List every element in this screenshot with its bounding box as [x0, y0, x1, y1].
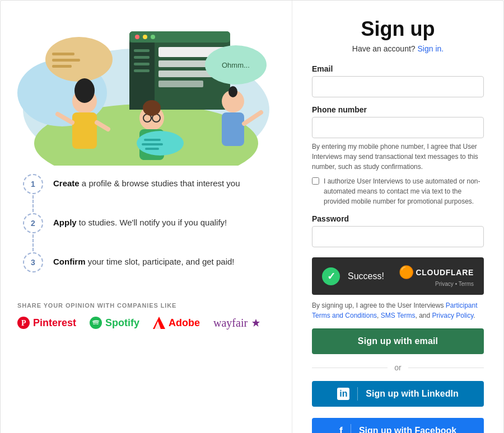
cf-right: 🟠 CLOUDFLARE Privacy • Terms: [399, 265, 474, 287]
step-3-bold: Confirm: [53, 257, 86, 266]
step-3-circle: 3: [23, 252, 43, 272]
svg-point-29: [74, 78, 95, 103]
pinterest-label: Pinterest: [33, 317, 76, 329]
left-panel: Ohmm...: [1, 1, 292, 433]
svg-rect-42: [145, 148, 159, 150]
svg-rect-9: [134, 49, 150, 52]
cf-logo: 🟠 CLOUDFLARE: [399, 265, 474, 280]
step-3-connector: 3: [23, 252, 43, 272]
right-panel: Sign up Have an account? Sign in. Email …: [292, 1, 503, 433]
svg-point-5: [135, 35, 139, 39]
step-1-circle: 1: [23, 174, 43, 194]
terms-text: By signing up, I agree to the User Inter…: [312, 300, 484, 321]
signup-facebook-button[interactable]: f Sign up with Facebook: [312, 418, 484, 433]
terms-and: , and: [416, 312, 432, 319]
step-1-line: [32, 195, 34, 212]
password-label: Password: [312, 214, 484, 223]
have-account-text: Have an account? Sign in.: [312, 44, 484, 53]
svg-rect-21: [230, 87, 236, 92]
linkedin-divider: [357, 387, 358, 401]
svg-text:Ohmm...: Ohmm...: [222, 61, 250, 69]
facebook-icon: f: [339, 425, 343, 434]
step-3: 3 Confirm your time slot, participate, a…: [23, 252, 275, 280]
svg-point-7: [151, 35, 155, 39]
spotify-icon: [90, 317, 102, 329]
cf-terms-link: Terms: [459, 281, 474, 287]
brand-spotify: Spotify: [90, 317, 139, 329]
svg-text:P: P: [21, 319, 26, 327]
step-2-text: Apply to studies. We'll notify you if yo…: [53, 216, 227, 229]
step-2-bold: Apply: [53, 218, 77, 227]
svg-marker-48: [252, 319, 260, 327]
brands-row: P Pinterest Spotify: [17, 317, 275, 330]
svg-rect-11: [134, 63, 150, 65]
signup-title: Sign up: [312, 17, 484, 41]
cf-links: Privacy • Terms: [435, 281, 474, 287]
email-input[interactable]: [312, 76, 484, 97]
page-container: Ohmm...: [0, 0, 504, 433]
step-2-content: Apply to studies. We'll notify you if yo…: [53, 213, 227, 241]
step-1-bold: Create: [53, 178, 80, 188]
step-2-rest: to studies. We'll notify you if you qual…: [77, 218, 227, 227]
svg-point-45: [90, 317, 102, 329]
phone-label: Phone number: [312, 105, 484, 114]
phone-group: Phone number By entering my mobile phone…: [312, 105, 484, 206]
phone-input[interactable]: [312, 117, 484, 138]
brands-section: SHARE YOUR OPINION WITH COMPANIES LIKE P…: [17, 302, 275, 330]
svg-rect-40: [144, 139, 161, 141]
terms-comma-1: ,: [377, 312, 381, 319]
email-group: Email: [312, 64, 484, 97]
terms-link-3[interactable]: Privacy Policy: [432, 312, 474, 319]
cf-brand-text: CLOUDFLARE: [416, 268, 474, 277]
svg-point-6: [143, 35, 147, 39]
adobe-icon: [153, 317, 165, 329]
step-1-rest: a profile & browse studies that interest…: [80, 178, 240, 188]
svg-point-37: [143, 100, 161, 116]
svg-rect-27: [52, 65, 72, 68]
spotify-label: Spotify: [105, 317, 139, 329]
step-1-connector: 1: [23, 174, 43, 213]
step-1-text: Create a profile & browse studies that i…: [53, 177, 240, 190]
signup-linkedin-button[interactable]: in Sign up with LinkedIn: [312, 381, 484, 407]
svg-rect-8: [129, 43, 155, 110]
wayfair-icon: [252, 319, 260, 327]
cloudflare-box: ✓ Success! 🟠 CLOUDFLARE Privacy • Terms: [312, 257, 484, 295]
cf-left: ✓ Success!: [322, 267, 384, 285]
svg-rect-30: [72, 112, 97, 149]
terms-prefix: By signing up, I agree to the User Inter…: [312, 302, 446, 309]
adobe-label: Adobe: [169, 317, 200, 329]
signup-facebook-label: Sign up with Facebook: [359, 426, 456, 433]
terms-period: .: [473, 312, 475, 319]
have-account-label: Have an account?: [352, 44, 416, 53]
svg-rect-10: [134, 56, 150, 59]
brand-wayfair: wayfair: [213, 317, 260, 330]
sms-checkbox-row: I authorize User Interviews to use autom…: [312, 176, 484, 206]
svg-rect-41: [142, 143, 163, 145]
brands-label: SHARE YOUR OPINION WITH COMPANIES LIKE: [17, 302, 275, 309]
password-input[interactable]: [312, 226, 484, 247]
sms-checkbox[interactable]: [312, 177, 319, 185]
step-3-text: Confirm your time slot, participate, and…: [53, 256, 234, 269]
sign-in-link[interactable]: Sign in.: [418, 44, 444, 53]
illustration: Ohmm...: [17, 12, 275, 168]
email-label: Email: [312, 64, 484, 73]
step-3-rest: your time slot, participate, and get pai…: [86, 257, 235, 266]
svg-rect-12: [134, 69, 150, 72]
brand-pinterest: P Pinterest: [17, 317, 76, 329]
cf-check-icon: ✓: [322, 267, 340, 285]
steps-list: 1 Create a profile & browse studies that…: [17, 174, 275, 280]
signup-linkedin-label: Sign up with LinkedIn: [366, 389, 458, 399]
phone-note: By entering my mobile phone number, I ag…: [312, 142, 484, 172]
sms-checkbox-label: I authorize User Interviews to use autom…: [324, 176, 484, 206]
step-2: 2 Apply to studies. We'll notify you if …: [23, 213, 275, 252]
terms-link-2[interactable]: SMS Terms: [381, 312, 416, 319]
cf-success-text: Success!: [348, 271, 384, 281]
svg-rect-16: [158, 81, 203, 87]
step-1: 1 Create a profile & browse studies that…: [23, 174, 275, 213]
svg-rect-25: [52, 53, 74, 55]
brand-adobe: Adobe: [153, 317, 200, 329]
linkedin-icon: in: [337, 388, 349, 400]
signup-email-button[interactable]: Sign up with email: [312, 328, 484, 354]
cf-privacy-link: Privacy: [435, 281, 454, 287]
cf-cloud-icon: 🟠: [399, 265, 414, 280]
